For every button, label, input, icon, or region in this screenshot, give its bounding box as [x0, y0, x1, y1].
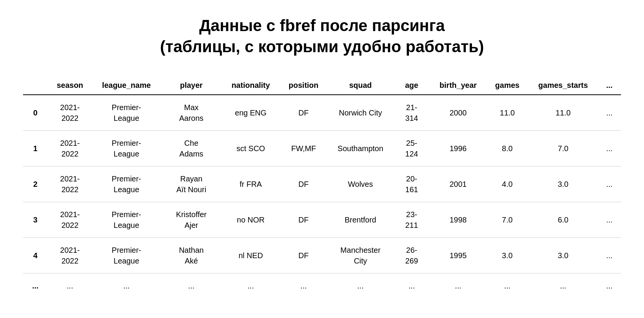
cell-5-index: ... — [23, 274, 48, 298]
cell-4-games: 3.0 — [486, 238, 528, 274]
table-row: 12021-2022Premier-LeagueCheAdamssct SCOF… — [23, 131, 621, 166]
col-header-games-starts: games_starts — [528, 76, 598, 95]
cell-1-ellipsis: ... — [598, 131, 621, 166]
cell-3-player: KristofferAjer — [161, 202, 222, 238]
cell-4-birth_year: 1995 — [430, 238, 486, 274]
cell-2-nationality: fr FRA — [222, 166, 279, 202]
cell-3-games_starts: 6.0 — [528, 202, 598, 238]
cell-4-nationality: nl NED — [222, 238, 279, 274]
table-row: 02021-2022Premier-LeagueMaxAaronseng ENG… — [23, 95, 621, 131]
cell-0-nationality: eng ENG — [222, 95, 279, 131]
cell-5-player: ... — [161, 274, 222, 298]
col-header-age: age — [393, 76, 430, 95]
data-table: season league_name player nationality po… — [23, 76, 621, 298]
cell-1-player: CheAdams — [161, 131, 222, 166]
cell-1-nationality: sct SCO — [222, 131, 279, 166]
cell-5-age: ... — [393, 274, 430, 298]
table-header-row: season league_name player nationality po… — [23, 76, 621, 95]
cell-3-position: DF — [280, 202, 328, 238]
col-header-nationality: nationality — [222, 76, 279, 95]
data-table-wrapper: season league_name player nationality po… — [23, 76, 621, 298]
cell-5-season: ... — [48, 274, 92, 298]
cell-1-birth_year: 1996 — [430, 131, 486, 166]
cell-5-position: ... — [280, 274, 328, 298]
cell-2-birth_year: 2001 — [430, 166, 486, 202]
cell-2-player: RayanAït Nouri — [161, 166, 222, 202]
cell-2-position: DF — [280, 166, 328, 202]
cell-0-season: 2021-2022 — [48, 95, 92, 131]
cell-1-games: 8.0 — [486, 131, 528, 166]
cell-5-nationality: ... — [222, 274, 279, 298]
cell-0-squad: Norwich City — [328, 95, 393, 131]
cell-1-squad: Southampton — [328, 131, 393, 166]
cell-5-games: ... — [486, 274, 528, 298]
cell-4-age: 26-269 — [393, 238, 430, 274]
cell-1-games_starts: 7.0 — [528, 131, 598, 166]
cell-5-league_name: ... — [92, 274, 161, 298]
cell-2-games: 4.0 — [486, 166, 528, 202]
col-header-league: league_name — [92, 76, 161, 95]
cell-4-ellipsis: ... — [598, 238, 621, 274]
col-header-squad: squad — [328, 76, 393, 95]
table-row: 42021-2022Premier-LeagueNathanAkénl NEDD… — [23, 238, 621, 274]
cell-0-games: 11.0 — [486, 95, 528, 131]
cell-4-player: NathanAké — [161, 238, 222, 274]
cell-2-season: 2021-2022 — [48, 166, 92, 202]
cell-2-games_starts: 3.0 — [528, 166, 598, 202]
cell-0-league_name: Premier-League — [92, 95, 161, 131]
cell-4-position: DF — [280, 238, 328, 274]
cell-2-ellipsis: ... — [598, 166, 621, 202]
cell-4-squad: ManchesterCity — [328, 238, 393, 274]
table-row: 22021-2022Premier-LeagueRayanAït Nourifr… — [23, 166, 621, 202]
cell-3-birth_year: 1998 — [430, 202, 486, 238]
cell-0-games_starts: 11.0 — [528, 95, 598, 131]
cell-5-games_starts: ... — [528, 274, 598, 298]
cell-3-age: 23-211 — [393, 202, 430, 238]
table-row: 32021-2022Premier-LeagueKristofferAjerno… — [23, 202, 621, 238]
cell-3-squad: Brentford — [328, 202, 393, 238]
cell-4-league_name: Premier-League — [92, 238, 161, 274]
col-header-birth-year: birth_year — [430, 76, 486, 95]
cell-0-position: DF — [280, 95, 328, 131]
cell-3-ellipsis: ... — [598, 202, 621, 238]
cell-5-ellipsis: ... — [598, 274, 621, 298]
cell-3-games: 7.0 — [486, 202, 528, 238]
cell-0-age: 21-314 — [393, 95, 430, 131]
cell-5-squad: ... — [328, 274, 393, 298]
cell-5-birth_year: ... — [430, 274, 486, 298]
col-header-season: season — [48, 76, 92, 95]
cell-0-ellipsis: ... — [598, 95, 621, 131]
col-header-player: player — [161, 76, 222, 95]
col-header-ellipsis: ... — [598, 76, 621, 95]
cell-3-league_name: Premier-League — [92, 202, 161, 238]
table-row: .................................... — [23, 274, 621, 298]
cell-1-position: FW,MF — [280, 131, 328, 166]
page-title: Данные с fbref после парсинга (таблицы, … — [160, 15, 484, 57]
cell-3-index: 3 — [23, 202, 48, 238]
cell-0-index: 0 — [23, 95, 48, 131]
col-header-position: position — [280, 76, 328, 95]
cell-4-season: 2021-2022 — [48, 238, 92, 274]
cell-2-age: 20-161 — [393, 166, 430, 202]
cell-3-season: 2021-2022 — [48, 202, 92, 238]
cell-1-season: 2021-2022 — [48, 131, 92, 166]
col-header-index — [23, 76, 48, 95]
cell-1-league_name: Premier-League — [92, 131, 161, 166]
col-header-games: games — [486, 76, 528, 95]
cell-4-index: 4 — [23, 238, 48, 274]
cell-4-games_starts: 3.0 — [528, 238, 598, 274]
cell-0-birth_year: 2000 — [430, 95, 486, 131]
cell-0-player: MaxAarons — [161, 95, 222, 131]
cell-1-index: 1 — [23, 131, 48, 166]
cell-2-squad: Wolves — [328, 166, 393, 202]
cell-2-index: 2 — [23, 166, 48, 202]
cell-3-nationality: no NOR — [222, 202, 279, 238]
cell-2-league_name: Premier-League — [92, 166, 161, 202]
cell-1-age: 25-124 — [393, 131, 430, 166]
